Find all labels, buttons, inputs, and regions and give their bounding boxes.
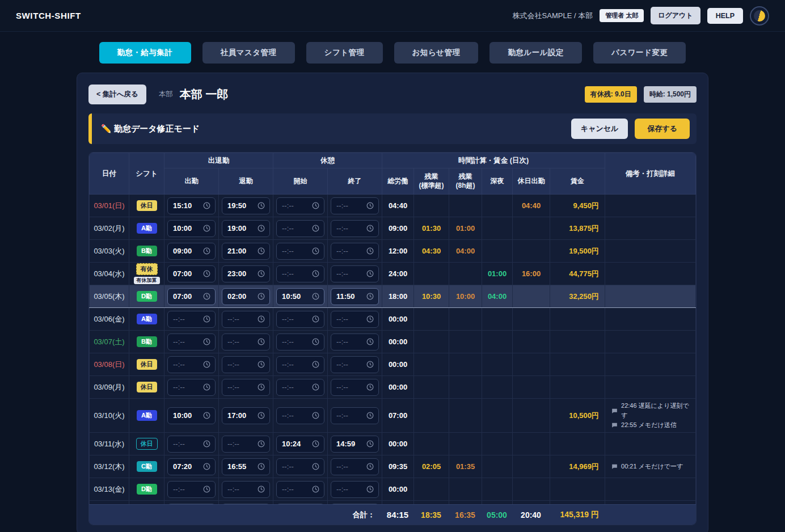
break-end-input[interactable]: --:--	[331, 220, 379, 237]
break-end-input[interactable]: --:--	[331, 197, 379, 214]
attendance-row[interactable]: 03/12(木)C勤07:2016:55--:----:--09:3502:05…	[90, 455, 696, 478]
break-start-input[interactable]: --:--	[276, 379, 324, 396]
clock-icon	[366, 360, 374, 369]
logout-button[interactable]: ログアウト	[651, 7, 700, 24]
clock-icon	[202, 411, 211, 420]
shift-badge: A勤	[137, 410, 157, 421]
break-start-input[interactable]: --:--	[276, 458, 324, 475]
col-header-total-work: 総労働	[382, 168, 414, 195]
back-button[interactable]: < 集計へ戻る	[88, 85, 146, 104]
break-end-input[interactable]: --:--	[331, 311, 379, 328]
attendance-row[interactable]: 03/07(土)B勤--:----:----:----:--00:00	[90, 331, 696, 353]
clock-in-input[interactable]: --:--	[167, 311, 216, 328]
attendance-row[interactable]: 03/10(火)A勤10:0017:00--:----:--07:0010,50…	[90, 399, 696, 433]
notes-cell	[605, 263, 696, 285]
attendance-row[interactable]: 03/11(水)休日--:----:--10:2414:5900:00	[90, 433, 696, 455]
break-end-input[interactable]: 14:59	[331, 436, 379, 453]
overtime-std-cell	[414, 399, 449, 433]
attendance-row[interactable]: 03/03(火)B勤09:0021:00--:----:--12:0004:30…	[90, 240, 696, 263]
tab-attendance-summary[interactable]: 勤怠・給与集計	[99, 42, 191, 64]
tab-attendance-rules[interactable]: 勤怠ルール設定	[489, 42, 582, 64]
clock-in-input[interactable]: --:--	[167, 333, 216, 351]
break-start-input[interactable]: --:--	[276, 197, 324, 214]
attendance-row[interactable]: 03/05(木)D勤07:0002:0010:5011:5018:0010:30…	[90, 285, 696, 308]
clock-out-input[interactable]: --:--	[222, 311, 270, 328]
clock-out-input[interactable]: 19:00	[222, 220, 270, 237]
break-start-input[interactable]: --:--	[276, 333, 324, 351]
time-value: 10:00	[173, 411, 192, 420]
total-work-cell: 00:00	[382, 433, 414, 455]
break-start-input[interactable]: 10:50	[276, 288, 324, 305]
theme-toggle-icon[interactable]	[750, 6, 769, 26]
shift-cell: D勤	[129, 285, 164, 308]
clock-out-input[interactable]: 17:00	[222, 407, 270, 424]
attendance-row[interactable]: 03/01(日)休日15:1019:50--:----:--04:4004:40…	[90, 195, 696, 217]
clock-icon	[202, 440, 211, 448]
clock-icon	[311, 292, 320, 301]
time-value: 23:00	[227, 269, 246, 278]
help-button[interactable]: HELP	[707, 8, 743, 24]
clock-out-input[interactable]: 21:00	[222, 243, 270, 260]
shift-cell: B勤	[129, 331, 164, 353]
clock-out-input[interactable]: 23:00	[222, 265, 270, 282]
attendance-row[interactable]: 03/13(金)D勤--:----:----:----:--00:00	[90, 478, 696, 501]
tab-employee-master[interactable]: 社員マスタ管理	[202, 42, 295, 64]
tab-notice-management[interactable]: お知らせ管理	[394, 42, 479, 64]
break-start-input[interactable]: 10:24	[276, 436, 324, 453]
clock-out-input[interactable]: --:--	[222, 481, 270, 498]
clock-in-input[interactable]: --:--	[167, 356, 216, 373]
save-button[interactable]: 保存する	[635, 119, 690, 139]
break-end-input[interactable]: --:--	[331, 407, 379, 424]
break-start-input[interactable]: --:--	[276, 265, 324, 282]
night-work-cell	[482, 433, 513, 455]
clock-in-input[interactable]: --:--	[167, 481, 216, 498]
attendance-row[interactable]: 03/02(月)A勤10:0019:00--:----:--09:0001:30…	[90, 217, 696, 240]
memo-text: 22:46 遅延により遅刻です	[621, 401, 690, 420]
clock-in-input[interactable]: --:--	[167, 379, 216, 396]
break-start-input[interactable]: --:--	[276, 356, 324, 373]
break-end-input[interactable]: --:--	[331, 356, 379, 373]
clock-out-input[interactable]: 19:50	[222, 197, 270, 214]
clock-in-input[interactable]: 07:00	[167, 288, 216, 305]
clock-in-input[interactable]: 10:00	[167, 220, 216, 237]
clock-out-input[interactable]: --:--	[222, 436, 270, 453]
break-start-input[interactable]: --:--	[276, 407, 324, 424]
break-start-input[interactable]: --:--	[276, 311, 324, 328]
break-start-input-cell: --:--	[273, 455, 328, 478]
clock-in-input[interactable]: 10:00	[167, 407, 216, 424]
break-end-input[interactable]: --:--	[331, 379, 379, 396]
time-value: --:--	[282, 247, 294, 255]
clock-out-input[interactable]: --:--	[222, 356, 270, 373]
break-end-input-cell: --:--	[328, 195, 382, 217]
break-end-input[interactable]: --:--	[331, 243, 379, 260]
break-start-input[interactable]: --:--	[276, 220, 324, 237]
tab-shift-management[interactable]: シフト管理	[306, 42, 383, 64]
break-start-input[interactable]: --:--	[276, 481, 324, 498]
tab-password-change[interactable]: パスワード変更	[593, 42, 686, 64]
clock-in-input[interactable]: 09:00	[167, 243, 216, 260]
clock-out-input[interactable]: 02:00	[222, 288, 270, 305]
break-end-input[interactable]: --:--	[331, 481, 379, 498]
cancel-button[interactable]: キャンセル	[571, 119, 628, 139]
break-end-input[interactable]: --:--	[331, 265, 379, 282]
clock-in-input[interactable]: 15:10	[167, 197, 216, 214]
clock-in-input[interactable]: 07:20	[167, 458, 216, 475]
shift-badge: D勤	[137, 484, 157, 495]
attendance-row[interactable]: 03/06(金)A勤--:----:----:----:--00:00	[90, 308, 696, 331]
clock-icon	[366, 337, 374, 346]
attendance-row[interactable]: 03/09(月)休日--:----:----:----:--00:00	[90, 376, 696, 399]
break-end-input[interactable]: 11:50	[331, 288, 379, 305]
break-start-input[interactable]: --:--	[276, 243, 324, 260]
break-end-input[interactable]: --:--	[331, 458, 379, 475]
clock-in-input[interactable]: 07:00	[167, 265, 216, 282]
clock-out-input[interactable]: 16:55	[222, 458, 270, 475]
attendance-row[interactable]: 03/04(水)有休有休加算07:0023:00--:----:--24:000…	[90, 263, 696, 285]
time-value: --:--	[173, 383, 185, 391]
break-end-input[interactable]: --:--	[331, 333, 379, 351]
paid-leave-badge: 有休残: 9.0日	[585, 86, 637, 103]
clock-out-input[interactable]: --:--	[222, 379, 270, 396]
clock-out-input[interactable]: --:--	[222, 333, 270, 351]
attendance-row[interactable]: 03/08(日)休日--:----:----:----:--00:00	[90, 353, 696, 376]
clock-in-input[interactable]: --:--	[167, 436, 216, 453]
time-value: 07:20	[173, 462, 192, 471]
